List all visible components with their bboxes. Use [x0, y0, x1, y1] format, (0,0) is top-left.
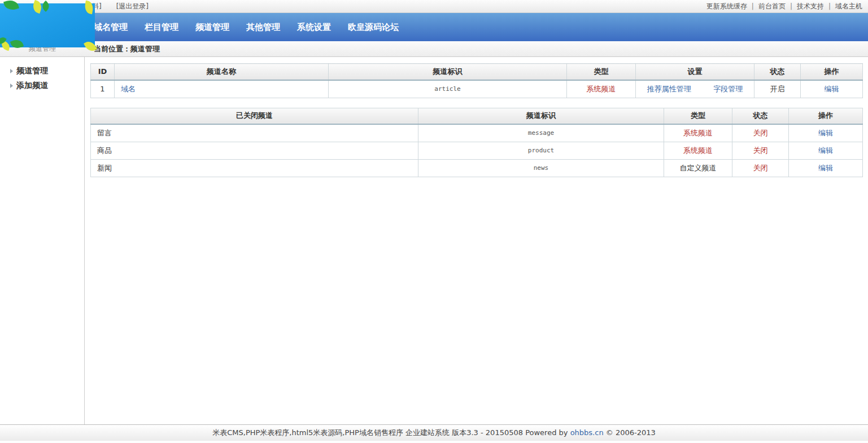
logout-link[interactable]: [退出登录] — [116, 2, 149, 11]
col-header-status: 状态 — [732, 108, 789, 124]
channel-status: 关闭 — [732, 159, 789, 177]
channel-type: 系统频道 — [664, 142, 732, 159]
col-header-action: 操作 — [801, 64, 863, 80]
footer: 米表CMS,PHP米表程序,html5米表源码,PHP域名销售程序 企业建站系统… — [0, 424, 868, 441]
channel-slug: product — [418, 142, 664, 159]
channel-name: 新闻 — [91, 159, 418, 177]
content-panel: ID 频道名称 频道标识 类型 设置 状态 操作 1 域名 article 系统… — [85, 57, 868, 424]
breadcrumb-bar: 频道管理 当前位置：频道管理 — [0, 41, 868, 57]
sidebar-item-add-channel[interactable]: 添加频道 — [0, 78, 84, 93]
footer-text: 米表CMS,PHP米表程序,html5米表源码,PHP域名销售程序 企业建站系统… — [212, 428, 570, 437]
nav-item-forum-link[interactable]: 欧皇源码论坛 — [339, 13, 407, 41]
edit-link[interactable]: 编辑 — [818, 164, 833, 172]
channel-slug: article — [329, 80, 567, 98]
channel-name-link[interactable]: 域名 — [121, 85, 136, 93]
recommend-attrs-link[interactable]: 推荐属性管理 — [647, 84, 691, 94]
separator: | — [752, 2, 754, 10]
arrow-right-icon — [10, 84, 13, 88]
channel-slug: message — [418, 124, 664, 142]
arrow-right-icon — [10, 69, 13, 73]
col-header-type: 类型 — [567, 64, 636, 80]
col-header-slug: 频道标识 — [329, 64, 567, 80]
top-bar-account-links: 料] [退出登录] — [92, 2, 149, 11]
main-nav: 域名管理 栏目管理 频道管理 其他管理 系统设置 欧皇源码论坛 — [0, 13, 868, 41]
channel-status: 关闭 — [732, 142, 789, 159]
edit-link[interactable]: 编辑 — [825, 85, 839, 93]
channel-name: 留言 — [91, 124, 418, 142]
channel-id: 1 — [91, 80, 115, 98]
footer-copyright: © 2006-2013 — [604, 428, 656, 437]
channel-slug: news — [418, 159, 664, 177]
tech-support-link[interactable]: 技术支持 — [797, 2, 824, 11]
refresh-cache-link[interactable]: 更新系统缓存 — [706, 2, 747, 11]
table-header-row: 已关闭频道 频道标识 类型 状态 操作 — [91, 108, 863, 124]
closed-channels-table: 已关闭频道 频道标识 类型 状态 操作 留言 message 系统频道 关闭 编… — [90, 108, 863, 177]
nav-item-system-settings[interactable]: 系统设置 — [289, 13, 339, 41]
top-bar: 料] [退出登录] 更新系统缓存 | 前台首页 | 技术支持 | 域名主机 — [0, 0, 868, 13]
col-header-status: 状态 — [754, 64, 801, 80]
front-home-link[interactable]: 前台首页 — [758, 2, 786, 11]
field-management-link[interactable]: 字段管理 — [713, 84, 743, 94]
site-logo[interactable] — [0, 3, 95, 47]
edit-link[interactable]: 编辑 — [818, 129, 833, 137]
table-row: 1 域名 article 系统频道 推荐属性管理 字段管理 开启 编辑 — [91, 80, 863, 98]
sidebar-item-label: 频道管理 — [16, 66, 48, 76]
sidebar-item-channel-management[interactable]: 频道管理 — [0, 64, 84, 78]
nav-item-channel-management[interactable]: 频道管理 — [187, 13, 238, 41]
nav-item-column-management[interactable]: 栏目管理 — [136, 13, 187, 41]
footer-ohbbs-link[interactable]: ohbbs.cn — [570, 428, 604, 437]
sidebar: 频道管理 添加频道 — [0, 57, 85, 424]
channel-status: 关闭 — [732, 124, 789, 142]
channel-status: 开启 — [754, 80, 801, 98]
table-header-row: ID 频道名称 频道标识 类型 设置 状态 操作 — [91, 64, 863, 80]
table-row: 商品 product 系统频道 关闭 编辑 — [91, 142, 863, 159]
open-channels-table: ID 频道名称 频道标识 类型 设置 状态 操作 1 域名 article 系统… — [90, 63, 863, 98]
col-header-id: ID — [91, 64, 115, 80]
col-header-action: 操作 — [789, 108, 863, 124]
col-header-type: 类型 — [664, 108, 732, 124]
channel-name: 商品 — [91, 142, 418, 159]
nav-item-other-management[interactable]: 其他管理 — [238, 13, 289, 41]
main-area: 频道管理 添加频道 ID 频道名称 频道标识 类型 设置 状态 操作 — [0, 57, 868, 424]
table-row: 新闻 news 自定义频道 关闭 编辑 — [91, 159, 863, 177]
channel-type: 系统频道 — [567, 80, 636, 98]
col-header-slug: 频道标识 — [418, 108, 664, 124]
top-bar-quick-links: 更新系统缓存 | 前台首页 | 技术支持 | 域名主机 — [706, 2, 868, 11]
edit-link[interactable]: 编辑 — [818, 146, 833, 155]
col-header-name: 频道名称 — [115, 64, 329, 80]
channel-type: 自定义频道 — [664, 159, 732, 177]
separator: | — [790, 2, 792, 10]
col-header-closed-name: 已关闭频道 — [91, 108, 418, 124]
separator: | — [828, 2, 831, 10]
table-row: 留言 message 系统频道 关闭 编辑 — [91, 124, 863, 142]
col-header-settings: 设置 — [636, 64, 754, 80]
domain-host-link[interactable]: 域名主机 — [835, 2, 862, 11]
sidebar-item-label: 添加频道 — [16, 81, 48, 91]
bottom-strip — [0, 441, 868, 443]
channel-type: 系统频道 — [664, 124, 732, 142]
